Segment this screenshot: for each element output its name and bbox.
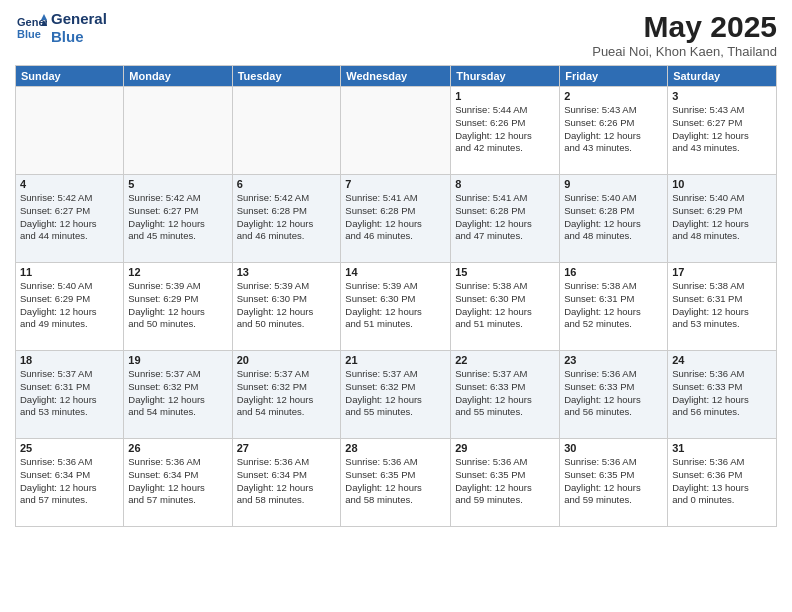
day-number: 16 [564, 266, 663, 278]
calendar-cell: 15Sunrise: 5:38 AM Sunset: 6:30 PM Dayli… [451, 263, 560, 351]
day-info: Sunrise: 5:38 AM Sunset: 6:30 PM Dayligh… [455, 280, 555, 331]
calendar-cell: 29Sunrise: 5:36 AM Sunset: 6:35 PM Dayli… [451, 439, 560, 527]
day-info: Sunrise: 5:37 AM Sunset: 6:33 PM Dayligh… [455, 368, 555, 419]
day-info: Sunrise: 5:43 AM Sunset: 6:27 PM Dayligh… [672, 104, 772, 155]
calendar-cell: 23Sunrise: 5:36 AM Sunset: 6:33 PM Dayli… [560, 351, 668, 439]
calendar-cell: 10Sunrise: 5:40 AM Sunset: 6:29 PM Dayli… [668, 175, 777, 263]
day-number: 19 [128, 354, 227, 366]
calendar-cell: 26Sunrise: 5:36 AM Sunset: 6:34 PM Dayli… [124, 439, 232, 527]
day-number: 18 [20, 354, 119, 366]
day-number: 3 [672, 90, 772, 102]
calendar-cell: 11Sunrise: 5:40 AM Sunset: 6:29 PM Dayli… [16, 263, 124, 351]
logo-text: General Blue [51, 10, 107, 46]
day-info: Sunrise: 5:37 AM Sunset: 6:32 PM Dayligh… [237, 368, 337, 419]
col-tuesday: Tuesday [232, 66, 341, 87]
day-number: 8 [455, 178, 555, 190]
day-info: Sunrise: 5:41 AM Sunset: 6:28 PM Dayligh… [345, 192, 446, 243]
day-info: Sunrise: 5:42 AM Sunset: 6:27 PM Dayligh… [128, 192, 227, 243]
col-saturday: Saturday [668, 66, 777, 87]
day-info: Sunrise: 5:39 AM Sunset: 6:30 PM Dayligh… [345, 280, 446, 331]
day-info: Sunrise: 5:38 AM Sunset: 6:31 PM Dayligh… [564, 280, 663, 331]
day-number: 14 [345, 266, 446, 278]
day-info: Sunrise: 5:40 AM Sunset: 6:29 PM Dayligh… [20, 280, 119, 331]
calendar-cell: 8Sunrise: 5:41 AM Sunset: 6:28 PM Daylig… [451, 175, 560, 263]
day-info: Sunrise: 5:40 AM Sunset: 6:29 PM Dayligh… [672, 192, 772, 243]
day-number: 9 [564, 178, 663, 190]
col-friday: Friday [560, 66, 668, 87]
day-number: 17 [672, 266, 772, 278]
calendar-header-row: Sunday Monday Tuesday Wednesday Thursday… [16, 66, 777, 87]
day-number: 4 [20, 178, 119, 190]
day-number: 31 [672, 442, 772, 454]
calendar-cell [341, 87, 451, 175]
day-number: 1 [455, 90, 555, 102]
day-info: Sunrise: 5:36 AM Sunset: 6:36 PM Dayligh… [672, 456, 772, 507]
calendar-week-4: 18Sunrise: 5:37 AM Sunset: 6:31 PM Dayli… [16, 351, 777, 439]
calendar-cell: 28Sunrise: 5:36 AM Sunset: 6:35 PM Dayli… [341, 439, 451, 527]
calendar-cell: 14Sunrise: 5:39 AM Sunset: 6:30 PM Dayli… [341, 263, 451, 351]
day-number: 20 [237, 354, 337, 366]
calendar-cell: 2Sunrise: 5:43 AM Sunset: 6:26 PM Daylig… [560, 87, 668, 175]
day-info: Sunrise: 5:36 AM Sunset: 6:35 PM Dayligh… [455, 456, 555, 507]
page: General Blue General Blue May 2025 Pueai… [0, 0, 792, 612]
calendar-cell: 24Sunrise: 5:36 AM Sunset: 6:33 PM Dayli… [668, 351, 777, 439]
calendar-cell: 31Sunrise: 5:36 AM Sunset: 6:36 PM Dayli… [668, 439, 777, 527]
day-info: Sunrise: 5:41 AM Sunset: 6:28 PM Dayligh… [455, 192, 555, 243]
calendar-cell: 17Sunrise: 5:38 AM Sunset: 6:31 PM Dayli… [668, 263, 777, 351]
calendar-cell: 5Sunrise: 5:42 AM Sunset: 6:27 PM Daylig… [124, 175, 232, 263]
day-number: 12 [128, 266, 227, 278]
calendar-cell [232, 87, 341, 175]
calendar: Sunday Monday Tuesday Wednesday Thursday… [15, 65, 777, 527]
day-number: 22 [455, 354, 555, 366]
subtitle: Pueai Noi, Khon Kaen, Thailand [592, 44, 777, 59]
calendar-cell: 9Sunrise: 5:40 AM Sunset: 6:28 PM Daylig… [560, 175, 668, 263]
day-number: 27 [237, 442, 337, 454]
day-number: 15 [455, 266, 555, 278]
day-number: 5 [128, 178, 227, 190]
calendar-cell: 27Sunrise: 5:36 AM Sunset: 6:34 PM Dayli… [232, 439, 341, 527]
col-thursday: Thursday [451, 66, 560, 87]
day-number: 7 [345, 178, 446, 190]
title-area: May 2025 Pueai Noi, Khon Kaen, Thailand [592, 10, 777, 59]
day-number: 10 [672, 178, 772, 190]
day-number: 2 [564, 90, 663, 102]
calendar-cell [16, 87, 124, 175]
day-info: Sunrise: 5:44 AM Sunset: 6:26 PM Dayligh… [455, 104, 555, 155]
header: General Blue General Blue May 2025 Pueai… [15, 10, 777, 59]
day-number: 13 [237, 266, 337, 278]
calendar-cell: 25Sunrise: 5:36 AM Sunset: 6:34 PM Dayli… [16, 439, 124, 527]
day-info: Sunrise: 5:37 AM Sunset: 6:32 PM Dayligh… [128, 368, 227, 419]
calendar-cell: 20Sunrise: 5:37 AM Sunset: 6:32 PM Dayli… [232, 351, 341, 439]
day-info: Sunrise: 5:38 AM Sunset: 6:31 PM Dayligh… [672, 280, 772, 331]
calendar-week-3: 11Sunrise: 5:40 AM Sunset: 6:29 PM Dayli… [16, 263, 777, 351]
calendar-week-5: 25Sunrise: 5:36 AM Sunset: 6:34 PM Dayli… [16, 439, 777, 527]
calendar-cell: 16Sunrise: 5:38 AM Sunset: 6:31 PM Dayli… [560, 263, 668, 351]
calendar-cell: 19Sunrise: 5:37 AM Sunset: 6:32 PM Dayli… [124, 351, 232, 439]
col-wednesday: Wednesday [341, 66, 451, 87]
day-number: 26 [128, 442, 227, 454]
day-info: Sunrise: 5:39 AM Sunset: 6:29 PM Dayligh… [128, 280, 227, 331]
calendar-cell: 13Sunrise: 5:39 AM Sunset: 6:30 PM Dayli… [232, 263, 341, 351]
day-info: Sunrise: 5:39 AM Sunset: 6:30 PM Dayligh… [237, 280, 337, 331]
day-info: Sunrise: 5:40 AM Sunset: 6:28 PM Dayligh… [564, 192, 663, 243]
calendar-cell: 4Sunrise: 5:42 AM Sunset: 6:27 PM Daylig… [16, 175, 124, 263]
calendar-cell: 3Sunrise: 5:43 AM Sunset: 6:27 PM Daylig… [668, 87, 777, 175]
logo: General Blue General Blue [15, 10, 107, 46]
day-number: 21 [345, 354, 446, 366]
calendar-cell [124, 87, 232, 175]
day-info: Sunrise: 5:36 AM Sunset: 6:34 PM Dayligh… [20, 456, 119, 507]
day-info: Sunrise: 5:36 AM Sunset: 6:34 PM Dayligh… [237, 456, 337, 507]
day-info: Sunrise: 5:36 AM Sunset: 6:34 PM Dayligh… [128, 456, 227, 507]
col-monday: Monday [124, 66, 232, 87]
day-number: 29 [455, 442, 555, 454]
day-info: Sunrise: 5:37 AM Sunset: 6:32 PM Dayligh… [345, 368, 446, 419]
calendar-cell: 12Sunrise: 5:39 AM Sunset: 6:29 PM Dayli… [124, 263, 232, 351]
day-info: Sunrise: 5:36 AM Sunset: 6:33 PM Dayligh… [672, 368, 772, 419]
day-info: Sunrise: 5:42 AM Sunset: 6:28 PM Dayligh… [237, 192, 337, 243]
day-number: 6 [237, 178, 337, 190]
day-info: Sunrise: 5:36 AM Sunset: 6:35 PM Dayligh… [345, 456, 446, 507]
calendar-cell: 30Sunrise: 5:36 AM Sunset: 6:35 PM Dayli… [560, 439, 668, 527]
calendar-cell: 7Sunrise: 5:41 AM Sunset: 6:28 PM Daylig… [341, 175, 451, 263]
day-number: 28 [345, 442, 446, 454]
logo-icon: General Blue [15, 12, 47, 44]
